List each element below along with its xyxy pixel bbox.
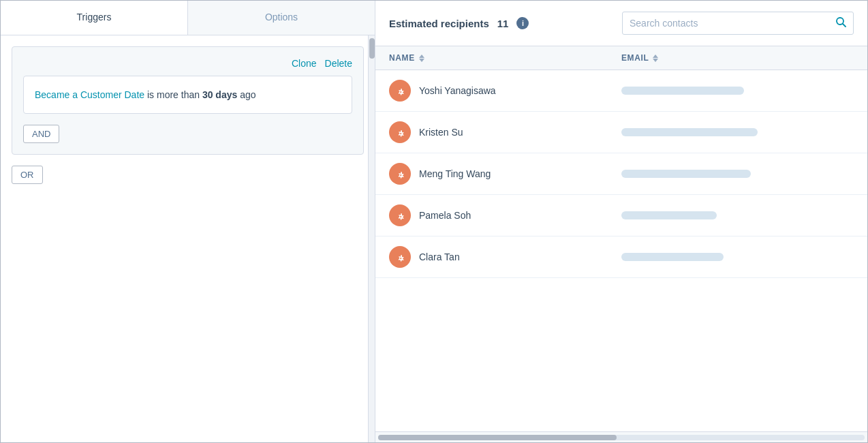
scroll-thumb — [369, 38, 375, 59]
contact-name: Kristen Su — [419, 127, 463, 138]
table-row[interactable]: Pamela Soh — [375, 195, 867, 236]
sort-arrow-down-email — [653, 59, 658, 62]
recipients-label: Estimated recipients — [389, 18, 489, 29]
contact-email-cell — [621, 87, 854, 95]
avatar — [389, 80, 411, 102]
tab-triggers[interactable]: Triggers — [1, 1, 187, 35]
info-icon[interactable]: i — [516, 17, 529, 29]
col-name-header: NAME — [389, 53, 621, 63]
scroll-track-h — [378, 435, 865, 440]
contact-email-cell — [621, 253, 854, 261]
contact-name: Yoshi Yanagisawa — [419, 85, 496, 96]
or-section: OR — [12, 163, 364, 184]
contact-email-cell — [621, 211, 854, 219]
scroll-thumb-h — [378, 435, 617, 440]
svg-point-2 — [400, 91, 401, 93]
filter-condition: Became a Customer Date is more than 30 d… — [23, 76, 352, 114]
table-row[interactable]: Meng Ting Wang — [375, 153, 867, 195]
tabs-bar: Triggers Options — [1, 1, 375, 35]
svg-line-1 — [843, 24, 846, 27]
email-blur — [621, 87, 744, 95]
table-header: NAME EMAIL — [375, 46, 867, 70]
table-row[interactable]: Kristen Su — [375, 112, 867, 153]
svg-point-5 — [400, 216, 401, 217]
sort-arrow-down — [419, 59, 424, 62]
contact-name-cell: Clara Tan — [389, 246, 621, 268]
svg-point-6 — [400, 258, 401, 259]
svg-point-3 — [400, 133, 401, 134]
contact-name-cell: Meng Ting Wang — [389, 163, 621, 185]
left-content: Clone Delete Became a Customer Date is m… — [1, 35, 375, 442]
filter-group: Clone Delete Became a Customer Date is m… — [12, 46, 364, 155]
contact-email-cell — [621, 170, 854, 178]
filter-field[interactable]: Became a Customer Date — [35, 89, 144, 100]
filter-value: 30 days — [202, 89, 237, 100]
avatar — [389, 163, 411, 185]
col-email-header: EMAIL — [621, 53, 854, 63]
avatar — [389, 121, 411, 143]
name-sort-arrows[interactable] — [419, 55, 424, 62]
email-blur — [621, 128, 758, 136]
contact-name: Pamela Soh — [419, 210, 471, 221]
email-blur — [621, 211, 717, 219]
avatar — [389, 246, 411, 268]
avatar — [389, 204, 411, 226]
filter-suffix: ago — [240, 89, 255, 100]
contacts-table: NAME EMAIL — [375, 46, 867, 431]
contact-name-cell: Pamela Soh — [389, 204, 621, 226]
scroll-track[interactable] — [368, 35, 375, 442]
left-panel: Triggers Options Clone Delete Became a C… — [1, 1, 375, 442]
and-section: AND — [23, 122, 352, 143]
contact-name: Meng Ting Wang — [419, 168, 491, 179]
and-button[interactable]: AND — [23, 125, 59, 143]
contact-name-cell: Yoshi Yanagisawa — [389, 80, 621, 102]
main-container: Triggers Options Clone Delete Became a C… — [1, 1, 867, 442]
delete-link[interactable]: Delete — [325, 58, 352, 69]
email-blur — [621, 170, 751, 178]
email-sort-arrows[interactable] — [653, 55, 658, 62]
sort-arrow-up — [419, 55, 424, 58]
tab-options[interactable]: Options — [188, 1, 375, 35]
search-input[interactable] — [630, 18, 835, 29]
recipients-header: Estimated recipients 11 i — [375, 1, 867, 46]
bottom-scrollbar[interactable] — [375, 431, 867, 442]
email-blur — [621, 253, 724, 261]
table-row[interactable]: Yoshi Yanagisawa — [375, 70, 867, 112]
svg-point-4 — [400, 174, 401, 176]
contacts-list: Yoshi Yanagisawa Kristen Su — [375, 70, 867, 278]
search-box — [622, 12, 854, 35]
or-button[interactable]: OR — [12, 166, 43, 184]
filter-operator-text: is more than — [147, 89, 200, 100]
filter-group-actions: Clone Delete — [23, 58, 352, 69]
search-icon[interactable] — [835, 16, 846, 30]
recipients-count: 11 — [497, 18, 509, 29]
contact-name: Clara Tan — [419, 251, 460, 262]
sort-arrow-up-email — [653, 55, 658, 58]
right-panel: Estimated recipients 11 i NAME — [375, 1, 867, 442]
contact-email-cell — [621, 128, 854, 136]
contact-name-cell: Kristen Su — [389, 121, 621, 143]
table-row[interactable]: Clara Tan — [375, 236, 867, 278]
clone-link[interactable]: Clone — [292, 58, 317, 69]
